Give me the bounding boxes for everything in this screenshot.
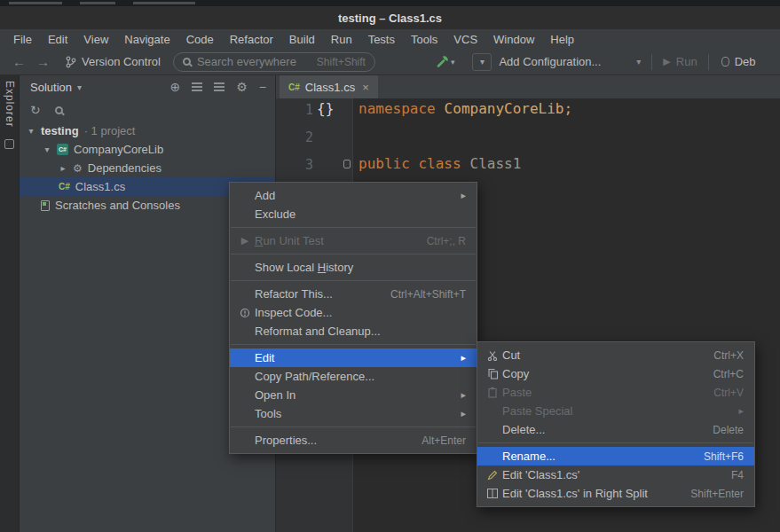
menu-item-paste-special[interactable]: Paste Special ▸ <box>477 402 754 420</box>
tree-item-label: Class1.cs <box>75 180 125 193</box>
collapse-all-icon[interactable] <box>214 82 225 91</box>
menu-item-paste[interactable]: Paste Ctrl+V <box>477 383 754 402</box>
explorer-icon[interactable] <box>4 139 14 149</box>
menu-item-copy-path-reference[interactable]: Copy Path/Reference... <box>230 367 477 386</box>
class-marker-icon <box>343 160 351 168</box>
menu-item-reformat-and-cleanup[interactable]: Reformat and Cleanup... <box>230 322 477 340</box>
menu-tools[interactable]: Tools <box>403 31 445 48</box>
menu-item-properties[interactable]: Properties... Alt+Enter <box>230 431 477 450</box>
search-everywhere-field[interactable]: Search everywhere Shift+Shift <box>173 52 375 72</box>
back-icon[interactable]: ← <box>12 54 26 69</box>
copy-icon <box>487 368 499 379</box>
menu-item-open-in[interactable]: Open In ▸ <box>230 386 477 404</box>
menu-item-label: Edit 'Class1.cs' <box>502 468 579 481</box>
locate-icon[interactable]: ⊕ <box>170 81 181 93</box>
build-tools-button[interactable]: ▾ <box>436 55 455 68</box>
menu-item-edit-file-right-split[interactable]: Edit 'Class1.cs' in Right Split Shift+En… <box>477 484 754 503</box>
expand-all-icon[interactable] <box>192 82 202 91</box>
tree-item-companycorelib[interactable]: ▾ C# CompanyCoreLib <box>20 140 275 159</box>
add-configuration-dropdown[interactable]: Add Configuration... ▾ <box>499 55 641 68</box>
git-branch-icon <box>66 56 76 68</box>
csharp-file-icon: C# <box>288 82 300 92</box>
inspect-code-icon <box>240 308 250 318</box>
menu-vcs[interactable]: VCS <box>445 31 485 48</box>
menu-item-label: Run Unit Test <box>255 234 324 247</box>
chevron-down-icon: ▾ <box>636 57 641 66</box>
menu-separator <box>231 280 476 281</box>
title-bar[interactable]: testing – Class1.cs <box>0 6 780 29</box>
forward-icon[interactable]: → <box>36 54 50 69</box>
menu-tests[interactable]: Tests <box>360 31 403 48</box>
menu-window[interactable]: Window <box>485 31 542 48</box>
menu-help[interactable]: Help <box>542 31 582 48</box>
tree-item-testing[interactable]: ▾ testing · 1 project <box>20 121 275 140</box>
main-toolbar: ← → Version Control Search everywhere Sh… <box>0 49 780 75</box>
submenu-arrow-icon: ▸ <box>461 389 466 401</box>
menu-item-show-local-history[interactable]: Show Local History <box>230 258 477 277</box>
icon-gutter <box>483 387 502 398</box>
menu-run[interactable]: Run <box>323 31 360 48</box>
icon-gutter: ▶ <box>235 235 255 246</box>
menu-item-label: Open In <box>255 388 295 402</box>
menu-item-tools[interactable]: Tools ▸ <box>230 404 477 423</box>
cut-icon <box>487 350 498 361</box>
run-label: Run <box>676 55 697 68</box>
menu-build[interactable]: Build <box>281 31 323 48</box>
menu-item-run-unit-test[interactable]: ▶ Run Unit Test Ctrl+;, R <box>230 231 477 250</box>
debug-button[interactable]: Deb <box>721 55 756 68</box>
tree-item-label: CompanyCoreLib <box>74 143 163 156</box>
menu-refactor[interactable]: Refactor <box>222 31 281 48</box>
hide-panel-icon[interactable]: − <box>259 81 266 93</box>
version-control-widget[interactable]: Version Control <box>66 55 161 68</box>
tool-window-bar: Explorer <box>0 75 20 532</box>
run-configurations-chevron-button[interactable]: ▾ <box>472 53 492 71</box>
menu-shortcut: Shift+Enter <box>676 488 744 500</box>
menu-navigate[interactable]: Navigate <box>116 31 177 48</box>
code-keyword: public class <box>358 155 461 172</box>
menu-edit[interactable]: Edit <box>40 31 75 48</box>
tree-item-dependencies[interactable]: ▸ ⚙ Dependencies <box>20 159 275 177</box>
menu-view[interactable]: View <box>75 31 116 48</box>
code-line-3: public classClass1 <box>358 155 521 172</box>
menu-shortcut: Ctrl+X <box>699 349 744 362</box>
menu-item-cut[interactable]: Cut Ctrl+X <box>477 346 754 364</box>
menu-separator <box>231 344 476 345</box>
paste-icon <box>487 387 498 398</box>
menu-item-exclude[interactable]: Exclude <box>230 205 477 223</box>
refresh-icon[interactable]: ↻ <box>30 104 41 116</box>
menu-shortcut: Shift+F6 <box>689 450 744 463</box>
debug-label: Deb <box>735 55 756 68</box>
menu-file[interactable]: File <box>5 31 40 48</box>
code-keyword: namespace <box>358 100 436 117</box>
menu-item-rename[interactable]: Rename... Shift+F6 <box>477 447 754 466</box>
chevron-down-icon: ▾ <box>43 145 51 154</box>
line-number: 3 <box>276 157 313 173</box>
mnemonic: R <box>255 234 263 247</box>
menu-item-edit[interactable]: Edit ▸ <box>230 348 477 367</box>
chevron-down-icon: ▾ <box>480 57 485 66</box>
menu-item-copy[interactable]: Copy Ctrl+C <box>477 364 754 383</box>
menu-item-delete[interactable]: Delete... Delete <box>477 420 754 439</box>
close-icon[interactable]: × <box>362 81 369 94</box>
menu-shortcut: Ctrl+;, R <box>413 235 466 247</box>
menu-item-label: Properties... <box>255 434 317 447</box>
menu-item-edit-file[interactable]: Edit 'Class1.cs' F4 <box>477 466 754 484</box>
icon-gutter <box>483 368 502 379</box>
chevron-right-icon: ▸ <box>59 163 67 173</box>
menu-code[interactable]: Code <box>178 31 222 48</box>
tab-class1[interactable]: C# Class1.cs × <box>280 75 378 98</box>
run-button[interactable]: ▶ Run <box>663 55 697 68</box>
menu-item-add[interactable]: Add ▸ <box>230 186 477 205</box>
menu-item-label: Copy <box>502 367 529 380</box>
menu-shortcut: Ctrl+Alt+Shift+T <box>376 288 466 301</box>
code-namespace-name: CompanyCoreLib; <box>445 100 573 117</box>
menu-item-refactor-this[interactable]: Refactor This... Ctrl+Alt+Shift+T <box>230 285 477 303</box>
explorer-tool-button[interactable]: Explorer <box>4 81 16 128</box>
search-tree-icon[interactable] <box>55 106 63 114</box>
version-control-label: Version Control <box>82 55 161 68</box>
solution-view-dropdown[interactable]: Solution ▾ <box>30 81 82 94</box>
settings-icon[interactable]: ⚙ <box>236 81 248 93</box>
menu-item-inspect-code[interactable]: Inspect Code... <box>230 303 477 322</box>
line-number: 2 <box>276 129 313 145</box>
add-configuration-label: Add Configuration... <box>499 55 601 68</box>
